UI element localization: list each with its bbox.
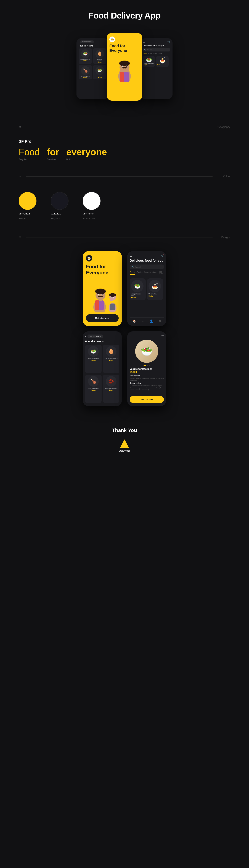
category-tabs: Foods Drinks Snacks Sauc bbox=[143, 53, 170, 55]
food-image: 🥗 bbox=[131, 280, 144, 292]
font-word-everyone: everyone bbox=[66, 147, 107, 157]
food-name: Egg and cucumber... bbox=[105, 358, 117, 359]
section-divider-02: 02 Colors bbox=[19, 172, 230, 181]
font-item-regular: Food Regular bbox=[19, 147, 40, 161]
hero-section: ‹ Spicy chieckns Found 6 results 🥗 Veggi… bbox=[0, 28, 249, 120]
center-phone: 👨‍🍳 Food for Everyone bbox=[107, 33, 142, 101]
svg-point-9 bbox=[126, 66, 127, 67]
hamburger-icon-dark[interactable]: ☰ bbox=[130, 254, 132, 257]
search-food-grid: 🥗 Veggie tomato mix ₦1,900 🥚 Egg and cuc… bbox=[85, 345, 119, 403]
food-image: 🥗 bbox=[88, 346, 99, 357]
list-item[interactable]: 🍗 Fried chicken m. ₦1,900 bbox=[79, 65, 92, 80]
list-item[interactable]: 🥗 Veggie tomato mix ₦1,900 bbox=[143, 56, 155, 67]
tab-foods[interactable]: Foods bbox=[143, 53, 147, 55]
mockup-container: ‹ Spicy chieckns Found 6 results 🥗 Veggi… bbox=[62, 29, 187, 111]
color-circle-white bbox=[83, 192, 101, 210]
color-hex-dark: #181820 bbox=[51, 212, 61, 215]
character-svg bbox=[110, 53, 139, 82]
yellow-phone-title: Food for Everyone bbox=[86, 264, 119, 276]
tab-sauces-dark[interactable]: Sauc bbox=[152, 271, 157, 275]
tab-snacks[interactable]: Snacks bbox=[153, 53, 157, 55]
list-item[interactable]: 🍝 Ve tomato... ₦1,9... bbox=[147, 278, 163, 300]
color-circle-yellow bbox=[19, 192, 36, 210]
onboarding-phone: 👨‍🍳 Food for Everyone bbox=[83, 251, 122, 326]
delivery-info-text: delivered between monday and thursday 20… bbox=[130, 377, 164, 381]
list-item[interactable]: 🍗 Fried chicken m. ₦1,900 bbox=[85, 375, 102, 403]
svg-rect-21 bbox=[110, 304, 115, 310]
chef-badge: 👨‍🍳 bbox=[86, 255, 92, 261]
svg-point-15 bbox=[95, 288, 106, 294]
search-header: ‹ Spicy chieckns bbox=[85, 335, 119, 338]
tab-sauces[interactable]: Sauc bbox=[158, 53, 162, 55]
svg-point-27 bbox=[111, 297, 112, 298]
color-name-yellow: Hunger bbox=[19, 217, 26, 220]
see-more[interactable]: SEE MORE bbox=[158, 271, 164, 275]
logo: Aavatto bbox=[119, 438, 130, 453]
back-arrow-icon[interactable]: ‹ bbox=[85, 335, 86, 338]
list-item[interactable]: 🥗 Veggie tomato mix ₦1,900 bbox=[85, 345, 102, 373]
detail-phone: ‹ ♡ 🥗 Veggie tomato mix ₦1,900 Delivery … bbox=[127, 331, 166, 406]
tab-snacks-dark[interactable]: Snacks bbox=[144, 271, 151, 275]
tab-drinks-dark[interactable]: Drinks bbox=[137, 271, 142, 275]
detail-food-image: 🥗 bbox=[135, 340, 158, 363]
dark-food-row: 🥗 Veggie tomato mix ₦1,900 🍝 Ve tomato..… bbox=[130, 278, 164, 300]
heart-icon-detail[interactable]: ♡ bbox=[161, 335, 164, 338]
list-item[interactable]: 🥗 Ve... ₦1,900 bbox=[93, 65, 106, 80]
back-arrow-detail[interactable]: ‹ bbox=[130, 335, 131, 338]
font-word-food: Food bbox=[19, 147, 40, 157]
dark-phone-header: ☰ 🛒 bbox=[130, 254, 164, 257]
svg-point-8 bbox=[122, 66, 123, 67]
nav-settings-icon[interactable]: ⚙ bbox=[158, 319, 161, 323]
nav-home-icon[interactable]: 🏠 bbox=[133, 319, 136, 323]
back-icon[interactable]: ‹ bbox=[79, 41, 79, 43]
list-item[interactable]: 🥗 Veggie tomato mix ₦1,900 bbox=[79, 48, 92, 64]
cart-icon-dark[interactable]: 🛒 bbox=[161, 254, 164, 257]
right-phone: ☰ 🛒 Delicious food for you 🔍 Search Food… bbox=[141, 38, 173, 99]
food-name: Veggie tomato mix bbox=[131, 293, 144, 297]
svg-marker-29 bbox=[120, 439, 129, 448]
tab-foods-dark[interactable]: Foods bbox=[130, 271, 135, 275]
dark-categories: Foods Drinks Snacks Sauc SEE MORE bbox=[130, 271, 164, 276]
hamburger-icon[interactable]: ☰ bbox=[143, 40, 145, 43]
dark-phone-title: Delicious food for you bbox=[130, 259, 164, 263]
page-title: Food Delivery App bbox=[0, 11, 249, 21]
dark-search-bar[interactable]: 🔍 Search bbox=[130, 265, 164, 269]
detail-price: ₦1,900 bbox=[130, 371, 164, 373]
list-item[interactable]: 🫘 Moi-moi and expa... ₦1,900 bbox=[103, 375, 119, 403]
hero-character bbox=[110, 53, 139, 82]
svg-rect-2 bbox=[120, 72, 123, 82]
list-item[interactable]: 🥗 Veggie tomato mix ₦1,900 bbox=[130, 278, 146, 300]
food-price: ₦1,900 bbox=[91, 360, 96, 361]
svg-point-28 bbox=[114, 297, 114, 298]
divider-line-02 bbox=[26, 176, 213, 177]
return-policy-text: All our foods are double checked before … bbox=[130, 385, 164, 391]
page-header: Food Delivery App bbox=[0, 0, 249, 28]
list-item[interactable]: 🥚 Egg and cucumber... ₦1,900 bbox=[103, 345, 119, 373]
search-bar-small[interactable]: 🔍 Search bbox=[143, 48, 170, 52]
section-number-02: 02 bbox=[19, 175, 22, 178]
add-to-cart-button[interactable]: Add to cart bbox=[130, 396, 164, 403]
nav-heart-icon[interactable]: ♡ bbox=[142, 319, 144, 323]
font-showcase: Food Regular for Semibold everyone Bold bbox=[19, 147, 230, 161]
tab-drinks[interactable]: Drinks bbox=[148, 53, 152, 55]
thank-you-section: Thank You Aavatto bbox=[0, 417, 249, 467]
dark-phone-nav: 🏠 ♡ 👤 ⚙ bbox=[130, 317, 164, 323]
designs-section: 👨‍🍳 Food for Everyone bbox=[19, 244, 230, 417]
section-number-01: 01 bbox=[19, 126, 22, 128]
list-item[interactable]: 🥚 Egg and cucumber... ₦1,900 bbox=[93, 48, 106, 64]
section-divider-03: 03 Designs bbox=[19, 232, 230, 242]
colors-section: #FFCB13 Hunger #181820 Elegance #FFFFFF … bbox=[19, 183, 230, 230]
search-tag: Spicy chieckns bbox=[80, 40, 94, 43]
font-item-semibold: for Semibold bbox=[47, 147, 59, 161]
food-image: 🥚 bbox=[106, 346, 116, 357]
search-chip[interactable]: Spicy chieckns bbox=[87, 335, 103, 338]
nav-user-icon[interactable]: 👤 bbox=[150, 319, 153, 323]
list-item[interactable]: 🍝 Ve ₦1,9 bbox=[156, 56, 169, 67]
cart-icon[interactable]: 🛒 bbox=[167, 40, 170, 43]
font-family-name: SF Pro bbox=[19, 139, 230, 144]
chef-icon: 👨‍🍳 bbox=[109, 36, 115, 42]
section-label-03: Designs bbox=[216, 236, 230, 239]
detail-header: ‹ ♡ bbox=[130, 335, 164, 338]
food-name: Fried chicken m. bbox=[88, 388, 99, 389]
get-started-button[interactable]: Get starteed bbox=[86, 314, 119, 322]
